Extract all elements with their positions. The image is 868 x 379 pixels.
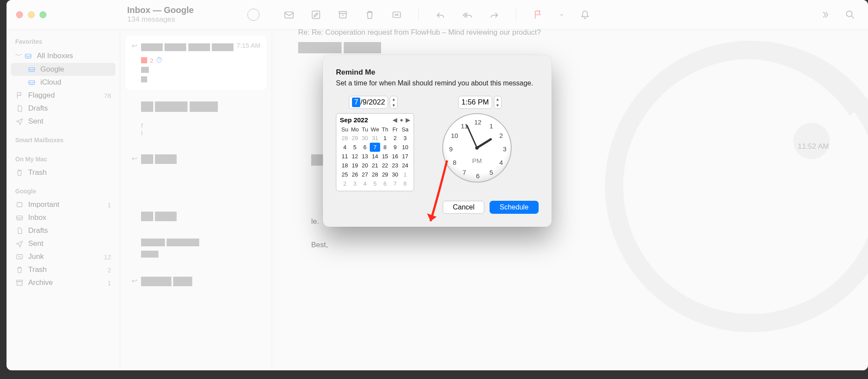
clock-number: 10 [451,132,458,139]
time-value[interactable]: 1:56 PM [461,98,489,107]
clock-number: 3 [503,145,506,153]
calendar-day[interactable]: 22 [380,161,390,170]
calendar-day[interactable]: 23 [390,161,400,170]
clock-number: 12 [474,118,482,126]
calendar-day[interactable]: 15 [380,152,390,161]
calendar-day[interactable]: 9 [390,143,400,152]
calendar-day[interactable]: 1 [380,134,390,143]
time-stepper[interactable]: ▲ ▼ [494,96,502,109]
calendar-day[interactable]: 6 [380,179,390,188]
calendar-month-label: Sep 2022 [340,116,368,124]
calendar-day[interactable]: 7 [370,143,380,152]
stepper-up-icon[interactable]: ▲ [390,96,397,102]
clock-number: 6 [476,172,480,180]
calendar-day[interactable]: 21 [370,161,380,170]
calendar-day[interactable]: 7 [390,179,400,188]
date-stepper[interactable]: ▲ ▼ [390,96,398,109]
calendar[interactable]: Sep 2022 ◀ ● ▶ SuMoTuWeThFrSa28293031123… [336,113,414,191]
calendar-dow: Fr [390,125,400,134]
calendar-day[interactable]: 6 [360,143,370,152]
calendar-dow: Th [380,125,390,134]
dialog-description: Set a time for when Mail should remind y… [336,78,539,88]
calendar-day[interactable]: 28 [340,134,350,143]
calendar-day[interactable]: 8 [400,179,410,188]
calendar-day[interactable]: 19 [350,161,360,170]
calendar-dow: Mo [350,125,360,134]
calendar-day[interactable]: 5 [370,179,380,188]
date-field[interactable]: 7 / 9/2022 [349,96,388,109]
analog-clock[interactable]: 121234567891011 PM [442,113,512,183]
dialog-title: Remind Me [336,68,539,77]
calendar-today-icon[interactable]: ● [400,117,403,123]
clock-number: 5 [490,169,493,176]
calendar-day[interactable]: 30 [390,170,400,179]
clock-number: 1 [490,122,493,129]
time-field[interactable]: 1:56 PM [458,96,492,109]
calendar-day[interactable]: 4 [360,179,370,188]
date-day-selected[interactable]: 7 [352,98,360,107]
calendar-day[interactable]: 14 [370,152,380,161]
clock-minute-hand[interactable] [466,125,477,148]
calendar-day[interactable]: 13 [360,152,370,161]
stepper-up-icon[interactable]: ▲ [494,96,501,102]
calendar-dow: Sa [400,125,410,134]
clock-number: 2 [500,132,503,139]
calendar-day[interactable]: 17 [400,152,410,161]
cancel-button[interactable]: Cancel [443,201,484,214]
calendar-day[interactable]: 11 [340,152,350,161]
schedule-button[interactable]: Schedule [490,201,539,214]
calendar-day[interactable]: 24 [400,161,410,170]
calendar-day[interactable]: 31 [370,134,380,143]
calendar-prev-icon[interactable]: ◀ [393,117,397,123]
calendar-day[interactable]: 2 [390,134,400,143]
calendar-day[interactable]: 27 [360,170,370,179]
calendar-day[interactable]: 20 [360,161,370,170]
remind-me-dialog: Remind Me Set a time for when Mail shoul… [323,55,552,227]
date-rest[interactable]: 9/2022 [362,98,385,107]
calendar-day[interactable]: 29 [380,170,390,179]
calendar-day[interactable]: 3 [400,134,410,143]
clock-number: 8 [453,159,456,166]
calendar-day[interactable]: 30 [360,134,370,143]
clock-number: 7 [463,169,466,176]
calendar-day[interactable]: 8 [380,143,390,152]
calendar-day[interactable]: 25 [340,170,350,179]
calendar-dow: We [370,125,380,134]
calendar-next-icon[interactable]: ▶ [406,117,410,123]
calendar-day[interactable]: 5 [350,143,360,152]
calendar-day[interactable]: 2 [340,179,350,188]
calendar-day[interactable]: 1 [400,170,410,179]
stepper-down-icon[interactable]: ▼ [494,102,501,108]
calendar-day[interactable]: 29 [350,134,360,143]
calendar-dow: Tu [360,125,370,134]
calendar-day[interactable]: 26 [350,170,360,179]
stepper-down-icon[interactable]: ▼ [390,102,397,108]
calendar-day[interactable]: 18 [340,161,350,170]
clock-number: 4 [500,159,503,166]
calendar-day[interactable]: 16 [390,152,400,161]
calendar-day[interactable]: 28 [370,170,380,179]
clock-ampm: PM [472,157,482,164]
calendar-day[interactable]: 4 [340,143,350,152]
clock-hour-hand[interactable] [477,138,493,149]
calendar-dow: Su [340,125,350,134]
calendar-day[interactable]: 3 [350,179,360,188]
calendar-day[interactable]: 12 [350,152,360,161]
clock-number: 9 [449,145,453,153]
calendar-day[interactable]: 10 [400,143,410,152]
